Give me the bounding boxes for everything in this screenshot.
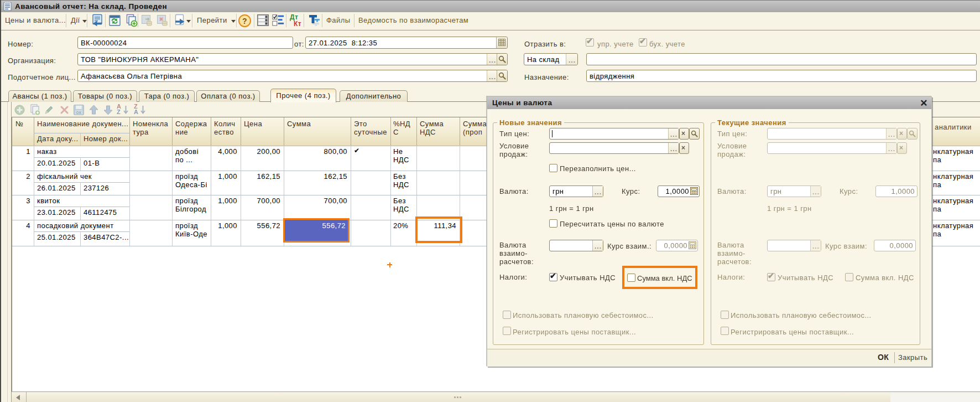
svg-text:?: ? xyxy=(242,17,247,25)
svg-text:ОК: ОК xyxy=(76,111,82,115)
